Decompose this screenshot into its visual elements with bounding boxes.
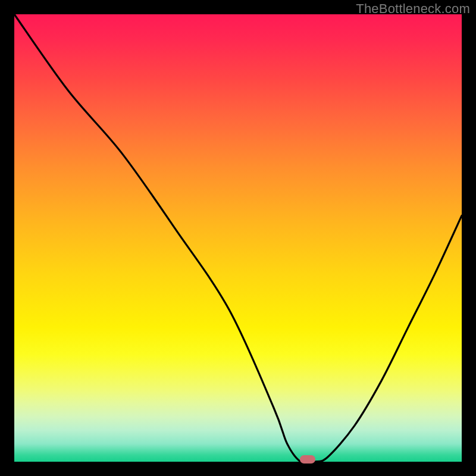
plot-area [14,14,462,462]
bottleneck-curve [14,14,462,462]
watermark-text: TheBottleneck.com [356,1,470,17]
optimal-marker [300,455,315,464]
chart-frame: TheBottleneck.com [0,0,476,476]
